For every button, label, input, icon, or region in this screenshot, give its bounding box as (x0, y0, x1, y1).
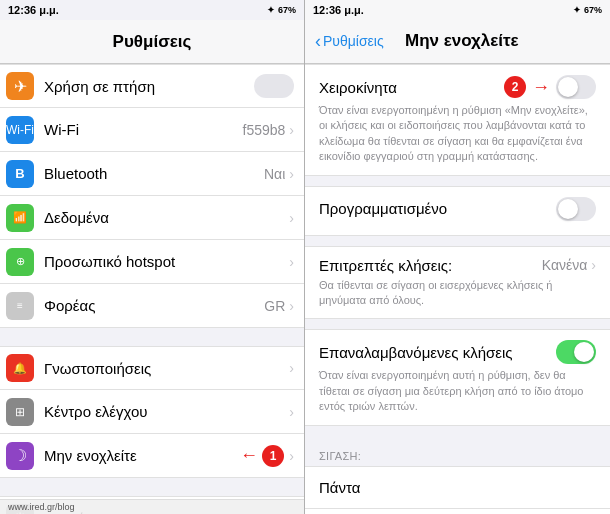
settings-item-bluetooth[interactable]: B Bluetooth Ναι › (0, 152, 304, 196)
repeated-calls-section: Επαναλαμβανόμενες κλήσεις Όταν είναι ενε… (305, 329, 610, 425)
hotspot-chevron: › (289, 254, 294, 270)
annotation-1-wrapper: ← 1 (240, 445, 284, 467)
allowed-calls-section: Επιτρεπτές κλήσεις: Κανένα › Θα τίθενται… (305, 246, 610, 320)
hotspot-icon: ⊕ (6, 248, 34, 276)
left-status-bar: 12:36 μ.μ. ✦ 67% (0, 0, 304, 20)
watermark: www.ired.gr/blog (0, 499, 305, 514)
notifications-icon: 🔔 (6, 354, 34, 382)
left-panel: 12:36 μ.μ. ✦ 67% Ρυθμίσεις ✈ Χρήση σε πτ… (0, 0, 305, 514)
right-status-bar: 12:36 μ.μ. ✦ 67% (305, 0, 610, 20)
back-label: Ρυθμίσεις (323, 33, 384, 49)
right-panel: 12:36 μ.μ. ✦ 67% ‹ Ρυθμίσεις Μην ενοχλεί… (305, 0, 610, 514)
airplane-icon: ✈ (6, 72, 34, 100)
carrier-icon: ≡ (6, 292, 34, 320)
bluetooth-label: Bluetooth (44, 165, 264, 182)
wifi-label: Wi-Fi (44, 121, 243, 138)
back-chevron-icon: ‹ (315, 31, 321, 52)
notifications-label: Γνωστοποιήσεις (44, 360, 289, 377)
bluetooth-chevron: › (289, 166, 294, 182)
silence-header: ΣΙΓΑΣΗ: (305, 444, 610, 466)
allowed-calls-header: Επιτρεπτές κλήσεις: Κανένα › (319, 257, 596, 274)
manual-desc: Όταν είναι ενεργοποιημένη η ρύθμιση «Μην… (319, 103, 596, 165)
carrier-chevron: › (289, 298, 294, 314)
scheduled-row-header: Προγραμματισμένο (319, 197, 596, 221)
dnd-chevron: › (289, 448, 294, 464)
left-status-icons: ✦ 67% (267, 5, 296, 15)
annotation-2-circle: 2 (504, 76, 526, 98)
manual-toggle-area: 2 → (504, 75, 596, 99)
control-icon: ⊞ (6, 398, 34, 426)
manual-title: Χειροκίνητα (319, 79, 397, 96)
left-time: 12:36 μ.μ. (8, 4, 59, 16)
left-nav-title: Ρυθμίσεις (113, 32, 192, 52)
repeated-calls-label: Επαναλαμβανόμενες κλήσεις (319, 344, 512, 361)
manual-row: Χειροκίνητα 2 → Όταν είναι ενεργοποιημέν… (305, 65, 610, 175)
wifi-icon: Wi-Fi (6, 116, 34, 144)
control-label: Κέντρο ελέγχου (44, 403, 289, 420)
annotation-2-label: 2 (512, 80, 519, 94)
wifi-chevron: › (289, 122, 294, 138)
scheduled-section: Προγραμματισμένο (305, 186, 610, 236)
bluetooth-icon: B (6, 160, 34, 188)
bluetooth-value: Ναι (264, 166, 285, 182)
notifications-chevron: › (289, 360, 294, 376)
settings-item-dnd[interactable]: ☽ Μην ενοχλείτε › ← 1 (0, 434, 304, 478)
hotspot-label: Προσωπικό hotspot (44, 253, 289, 270)
right-battery: 67% (584, 5, 602, 15)
right-nav-title: Μην ενοχλείτε (394, 31, 530, 51)
allowed-calls-label: Επιτρεπτές κλήσεις: (319, 257, 452, 274)
repeated-calls-toggle[interactable] (556, 340, 596, 364)
settings-item-hotspot[interactable]: ⊕ Προσωπικό hotspot › (0, 240, 304, 284)
settings-item-data[interactable]: 📶 Δεδομένα › (0, 196, 304, 240)
manual-row-header: Χειροκίνητα 2 → (319, 75, 596, 99)
annotation-1-circle: 1 (262, 445, 284, 467)
settings-item-airplane[interactable]: ✈ Χρήση σε πτήση (0, 64, 304, 108)
right-nav-bar: 12:36 μ.μ. ✦ 67% ‹ Ρυθμίσεις Μην ενοχλεί… (305, 0, 610, 64)
settings-list: ✈ Χρήση σε πτήση Wi-Fi Wi-Fi f559b8 › B … (0, 64, 304, 514)
scheduled-row: Προγραμματισμένο (305, 187, 610, 235)
silence-locked-row[interactable]: Μόνο σε κλειδωμένο iPhone ✓ (305, 509, 610, 514)
data-chevron: › (289, 210, 294, 226)
settings-group-1: ✈ Χρήση σε πτήση Wi-Fi Wi-Fi f559b8 › B … (0, 64, 304, 328)
settings-item-control[interactable]: ⊞ Κέντρο ελέγχου › (0, 390, 304, 434)
repeated-calls-row: Επαναλαμβανόμενες κλήσεις Όταν είναι ενε… (305, 330, 610, 424)
allowed-calls-value-wrapper: Κανένα › (542, 257, 596, 273)
left-nav-bar: Ρυθμίσεις (0, 20, 304, 64)
annotation-1-label: 1 (270, 449, 277, 463)
scheduled-title: Προγραμματισμένο (319, 200, 447, 217)
airplane-toggle[interactable] (254, 74, 294, 98)
data-label: Δεδομένα (44, 209, 289, 226)
silence-always-row[interactable]: Πάντα (305, 467, 610, 509)
annotation-1-arrow: ← (240, 445, 258, 466)
allowed-calls-value: Κανένα (542, 257, 588, 273)
wifi-value: f559b8 (243, 122, 286, 138)
silence-always-label: Πάντα (319, 479, 360, 496)
repeated-calls-desc: Όταν είναι ενεργοποιημένη αυτή η ρύθμιση… (319, 368, 596, 414)
airplane-label: Χρήση σε πτήση (44, 78, 254, 95)
settings-item-wifi[interactable]: Wi-Fi Wi-Fi f559b8 › (0, 108, 304, 152)
settings-item-carrier[interactable]: ≡ Φορέας GR › (0, 284, 304, 328)
control-chevron: › (289, 404, 294, 420)
dnd-icon: ☽ (6, 442, 34, 470)
annotation-2-arrow: → (532, 77, 550, 98)
manual-section: Χειροκίνητα 2 → Όταν είναι ενεργοποιημέν… (305, 64, 610, 176)
settings-item-notifications[interactable]: 🔔 Γνωστοποιήσεις › (0, 346, 304, 390)
right-time: 12:36 μ.μ. (313, 4, 364, 16)
settings-group-2: 🔔 Γνωστοποιήσεις › ⊞ Κέντρο ελέγχου › ☽ … (0, 346, 304, 478)
right-content: Χειροκίνητα 2 → Όταν είναι ενεργοποιημέν… (305, 64, 610, 514)
bluetooth-status-icon: ✦ (267, 5, 275, 15)
silence-section: ΣΙΓΑΣΗ: Πάντα Μόνο σε κλειδωμένο iPhone … (305, 444, 610, 514)
allowed-calls-row[interactable]: Επιτρεπτές κλήσεις: Κανένα › Θα τίθενται… (305, 247, 610, 319)
carrier-label: Φορέας (44, 297, 264, 314)
data-icon: 📶 (6, 204, 34, 232)
scheduled-toggle[interactable] (556, 197, 596, 221)
back-button[interactable]: ‹ Ρυθμίσεις (305, 31, 394, 52)
manual-toggle[interactable] (556, 75, 596, 99)
right-status-icons: ✦ 67% (573, 5, 602, 15)
allowed-calls-desc: Θα τίθενται σε σίγαση οι εισερχόμενες κλ… (319, 278, 596, 309)
allowed-calls-chevron: › (591, 257, 596, 273)
battery-status: 67% (278, 5, 296, 15)
right-bluetooth-icon: ✦ (573, 5, 581, 15)
right-tabs-row: ‹ Ρυθμίσεις Μην ενοχλείτε (305, 20, 610, 63)
carrier-value: GR (264, 298, 285, 314)
